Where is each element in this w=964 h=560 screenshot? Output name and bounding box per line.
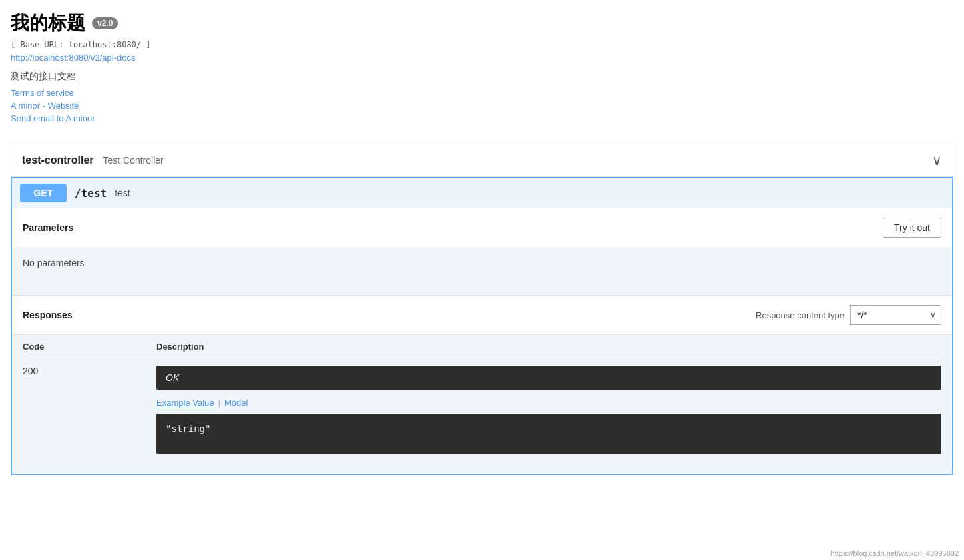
responses-table: Code Description 200 OK Example Value | … <box>12 334 952 474</box>
responses-title: Responses <box>23 310 73 320</box>
response-content-type-label: Response content type <box>756 310 845 320</box>
params-header: Parameters Try it out <box>12 208 952 247</box>
endpoint-path: /test <box>75 187 107 200</box>
content-type-select-wrapper: */* application/json text/plain <box>850 305 941 325</box>
ok-block: OK <box>156 366 941 390</box>
controller-name: test-controller <box>22 154 94 166</box>
try-it-out-button[interactable]: Try it out <box>883 218 941 238</box>
response-code: 200 <box>23 366 156 454</box>
col-code-header: Code <box>23 342 156 352</box>
controller-title-group: test-controller Test Controller <box>22 154 164 166</box>
responses-header: Responses Response content type */* appl… <box>12 296 952 334</box>
responses-section: Responses Response content type */* appl… <box>12 295 952 474</box>
method-badge: GET <box>20 184 67 202</box>
chevron-down-icon: ∨ <box>932 152 942 168</box>
endpoint-label: test <box>115 188 130 198</box>
controller-header[interactable]: test-controller Test Controller ∨ <box>11 144 953 177</box>
example-value-block: "string" <box>156 414 941 454</box>
version-badge: v2.0 <box>92 17 118 29</box>
controller-section: test-controller Test Controller ∨ GET /t… <box>11 144 953 475</box>
api-description: 测试的接口文档 <box>11 71 953 83</box>
base-url: [ Base URL: localhost:8080/ ] <box>11 40 953 49</box>
table-header-row: Code Description <box>23 335 941 356</box>
col-description-header: Description <box>156 342 941 352</box>
response-description: OK Example Value | Model "string" <box>156 366 941 454</box>
title-row: 我的标题 v2.0 <box>11 11 953 36</box>
endpoint-header[interactable]: GET /test test <box>12 178 952 208</box>
website-link[interactable]: A minor - Website <box>11 101 953 111</box>
endpoint-block: GET /test test Parameters Try it out No … <box>11 177 953 475</box>
link-separator: | <box>218 398 220 408</box>
api-docs-link[interactable]: http://localhost:8080/v2/api-docs <box>11 53 135 63</box>
example-value-link[interactable]: Example Value <box>156 398 214 408</box>
controller-description: Test Controller <box>103 155 163 166</box>
params-title: Parameters <box>23 222 73 233</box>
table-row: 200 OK Example Value | Model "string" <box>23 356 941 463</box>
content-type-select[interactable]: */* application/json text/plain <box>850 305 941 325</box>
example-links: Example Value | Model <box>156 398 941 408</box>
model-link[interactable]: Model <box>224 398 248 408</box>
terms-of-service-link[interactable]: Terms of service <box>11 88 953 98</box>
app-title: 我的标题 <box>11 11 85 36</box>
no-params-text: No parameters <box>12 247 952 295</box>
params-section: Parameters Try it out No parameters <box>12 208 952 295</box>
header-section: 我的标题 v2.0 [ Base URL: localhost:8080/ ] … <box>11 11 953 123</box>
content-type-group: Response content type */* application/js… <box>756 305 941 325</box>
info-links: Terms of service A minor - Website Send … <box>11 88 953 123</box>
email-link[interactable]: Send email to A minor <box>11 113 953 123</box>
